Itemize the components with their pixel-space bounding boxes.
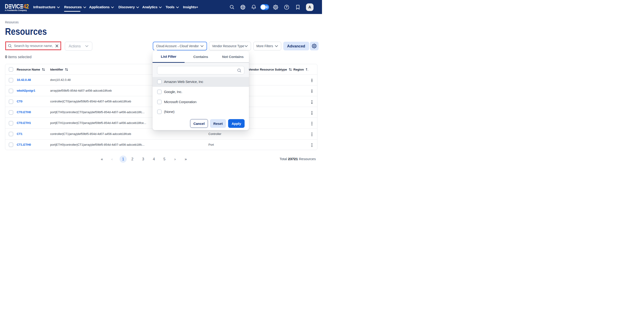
svg-text:?: ? [286, 5, 288, 9]
